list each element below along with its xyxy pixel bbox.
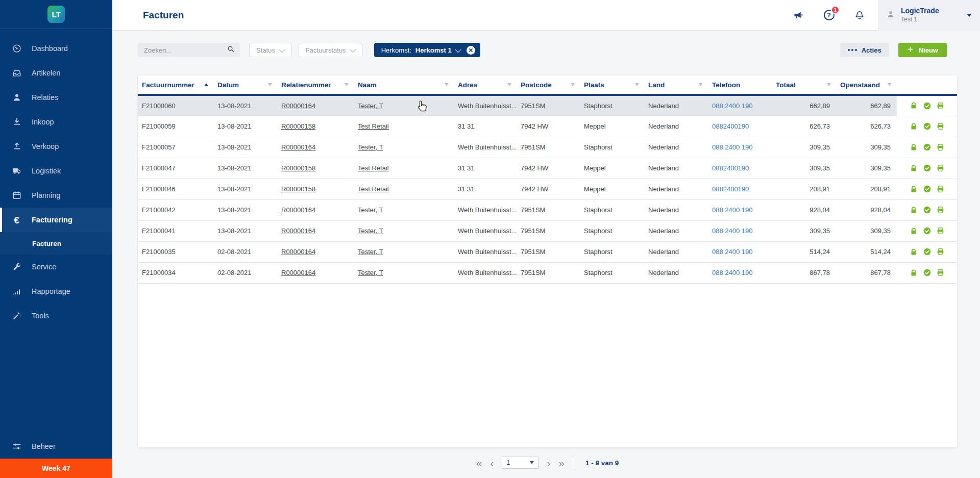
check-circle-icon[interactable] <box>922 206 932 215</box>
sidebar-item-artikelen[interactable]: Artikelen <box>0 61 112 85</box>
table-row[interactable]: F21000035 02-08-2021 R00000164 Tester, T… <box>138 241 957 262</box>
next-page-button[interactable]: › <box>547 458 550 468</box>
printer-icon[interactable] <box>936 164 945 173</box>
column-header[interactable]: Postcode <box>517 76 580 95</box>
sidebar-item-service[interactable]: Service <box>0 255 112 279</box>
relation-number-link[interactable]: R00000164 <box>281 248 315 256</box>
filter-icon[interactable] <box>827 83 831 86</box>
sidebar-item-facturering[interactable]: € Facturering <box>0 208 112 232</box>
relation-number-link[interactable]: R00000164 <box>281 206 315 214</box>
check-circle-icon[interactable] <box>922 143 932 152</box>
sidebar-item-relaties[interactable]: Relaties <box>0 85 112 110</box>
column-header[interactable]: Adres <box>454 76 517 95</box>
printer-icon[interactable] <box>936 143 945 152</box>
relation-number-link[interactable]: R00000164 <box>281 227 315 235</box>
check-circle-icon[interactable] <box>922 227 932 236</box>
relation-name-link[interactable]: Tester, T <box>358 227 383 235</box>
relation-name-link[interactable]: Test Retail <box>358 164 389 172</box>
bell-icon[interactable] <box>853 9 866 21</box>
actions-button[interactable]: Acties <box>840 43 889 57</box>
table-row[interactable]: F21000060 13-08-2021 R00000164 Tester, T… <box>138 95 957 116</box>
sidebar-item-logistiek[interactable]: Logistiek <box>0 159 112 183</box>
table-row[interactable]: F21000042 13-08-2021 R00000164 Tester, T… <box>138 199 957 220</box>
table-row[interactable]: F21000034 02-08-2021 R00000164 Tester, T… <box>138 262 957 283</box>
last-page-button[interactable]: » <box>558 458 565 468</box>
lock-icon[interactable] <box>909 247 918 257</box>
sidebar-item-rapportage[interactable]: Rapportage <box>0 279 112 304</box>
sidebar-item-planning[interactable]: Planning <box>0 183 112 208</box>
search-icon[interactable] <box>227 45 235 55</box>
lock-icon[interactable] <box>909 143 918 152</box>
filter-icon[interactable] <box>699 83 703 86</box>
relation-number-link[interactable]: R00000158 <box>281 122 315 130</box>
column-header[interactable]: Factuurnummer <box>138 76 213 95</box>
sidebar-item-dashboard[interactable]: Dashboard <box>0 36 112 61</box>
printer-icon[interactable] <box>936 101 945 110</box>
table-row[interactable]: F21000059 13-08-2021 R00000158 Test Reta… <box>138 116 957 137</box>
sidebar-item-beheer[interactable]: Beheer <box>0 434 112 459</box>
check-circle-icon[interactable] <box>922 268 932 278</box>
first-page-button[interactable]: « <box>476 458 482 468</box>
phone-link[interactable]: 088 2400 190 <box>712 269 753 276</box>
remove-filter-icon[interactable] <box>467 46 475 55</box>
relation-name-link[interactable]: Tester, T <box>358 102 383 110</box>
filter-icon[interactable] <box>571 83 575 86</box>
table-row[interactable]: F21000046 13-08-2021 R00000158 Test Reta… <box>138 179 957 199</box>
phone-link[interactable]: 088 2400 190 <box>712 248 753 256</box>
phone-link[interactable]: 088 2400 190 <box>712 227 753 235</box>
new-invoice-button[interactable]: Nieuw <box>898 43 947 57</box>
relation-name-link[interactable]: Tester, T <box>358 269 383 276</box>
invoice-status-filter-dropdown[interactable]: Factuurstatus <box>299 43 362 57</box>
check-circle-icon[interactable] <box>922 122 932 131</box>
printer-icon[interactable] <box>936 185 945 194</box>
filter-icon[interactable] <box>635 83 639 86</box>
relation-number-link[interactable]: R00000158 <box>281 185 315 193</box>
column-header[interactable]: Datum <box>213 76 277 95</box>
check-circle-icon[interactable] <box>922 101 932 110</box>
column-header[interactable] <box>897 76 957 95</box>
column-header[interactable]: Totaal <box>772 76 836 95</box>
phone-link[interactable]: 088 2400 190 <box>712 102 753 110</box>
column-header[interactable]: Relatienummer <box>277 76 354 95</box>
phone-link[interactable]: 0882400190 <box>712 122 749 130</box>
relation-number-link[interactable]: R00000164 <box>281 269 315 276</box>
user-menu[interactable]: LogicTrade Test 1 <box>878 0 980 31</box>
filter-icon[interactable] <box>345 83 349 86</box>
origin-filter-chip[interactable]: Herkomst: Herkomst 1 <box>374 43 480 57</box>
filter-icon[interactable] <box>268 83 272 86</box>
status-filter-dropdown[interactable]: Status <box>249 43 291 57</box>
table-row[interactable]: F21000041 13-08-2021 R00000164 Tester, T… <box>138 220 957 241</box>
lock-icon[interactable] <box>909 122 918 131</box>
printer-icon[interactable] <box>936 227 945 236</box>
page-select[interactable]: 1 <box>502 457 538 469</box>
relation-name-link[interactable]: Tester, T <box>358 143 383 151</box>
phone-link[interactable]: 0882400190 <box>712 164 749 172</box>
search-input[interactable] <box>143 46 227 55</box>
sidebar-subitem-facturen[interactable]: Facturen <box>0 232 112 255</box>
lock-icon[interactable] <box>909 206 918 215</box>
relation-name-link[interactable]: Test Retail <box>358 185 389 193</box>
relation-number-link[interactable]: R00000158 <box>281 164 315 172</box>
check-circle-icon[interactable] <box>922 164 932 173</box>
phone-link[interactable]: 0882400190 <box>712 185 749 193</box>
printer-icon[interactable] <box>936 268 945 278</box>
phone-link[interactable]: 088 2400 190 <box>712 143 753 151</box>
check-circle-icon[interactable] <box>922 185 932 194</box>
relation-number-link[interactable]: R00000164 <box>281 102 315 110</box>
table-row[interactable]: F21000047 13-08-2021 R00000158 Test Reta… <box>138 158 957 179</box>
phone-link[interactable]: 088 2400 190 <box>712 206 753 214</box>
relation-name-link[interactable]: Tester, T <box>358 206 383 214</box>
lock-icon[interactable] <box>909 164 918 173</box>
printer-icon[interactable] <box>936 247 945 257</box>
sidebar-item-inkoop[interactable]: Inkoop <box>0 110 112 134</box>
column-header[interactable]: Telefoon <box>708 76 772 95</box>
lock-icon[interactable] <box>909 268 918 278</box>
help-icon[interactable]: ? 1 <box>823 9 835 21</box>
announcements-megaphone-icon[interactable] <box>792 9 804 21</box>
relation-name-link[interactable]: Tester, T <box>358 248 383 256</box>
relation-number-link[interactable]: R00000164 <box>281 143 315 151</box>
printer-icon[interactable] <box>936 122 945 131</box>
table-row[interactable]: F21000057 13-08-2021 R00000164 Tester, T… <box>138 137 957 158</box>
lock-icon[interactable] <box>909 227 918 236</box>
previous-page-button[interactable]: ‹ <box>490 458 494 468</box>
